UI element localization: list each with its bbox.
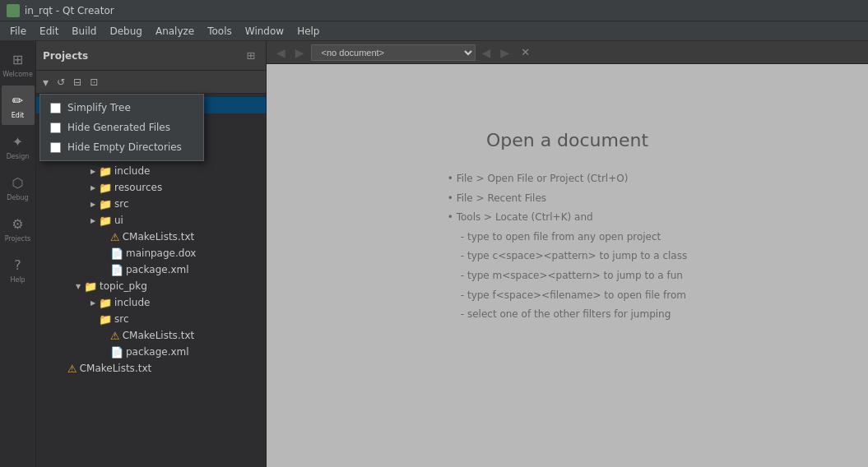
- activity-edit[interactable]: ✏ Edit: [2, 86, 35, 125]
- panel-sync-btn[interactable]: ⊞: [243, 48, 259, 64]
- nav-split-left[interactable]: ◀: [479, 44, 494, 61]
- menu-debug[interactable]: Debug: [103, 24, 148, 39]
- menu-edit[interactable]: Edit: [33, 24, 65, 39]
- debug-label: Debug: [7, 194, 28, 201]
- cmake-root-spacer: ▶: [56, 363, 67, 374]
- simplify-tree-label: Simplify Tree: [67, 102, 131, 113]
- src3-label: src: [114, 313, 129, 325]
- menu-tools[interactable]: Tools: [201, 24, 239, 39]
- topic-pkg-label: topic_pkg: [100, 280, 147, 292]
- design-icon: ✦: [9, 132, 27, 150]
- tree-item-resources[interactable]: ▶ 📁 resources: [36, 179, 266, 196]
- mainpage-spacer: ▶: [99, 247, 110, 259]
- main-layout: ⊞ Welcome ✏ Edit ✦ Design ⬡ Debug ⚙ Proj…: [0, 41, 868, 467]
- menu-build[interactable]: Build: [65, 24, 103, 39]
- topic-pkg-folder-icon: 📁: [84, 280, 97, 293]
- title-text: in_rqt - Qt Creator: [25, 5, 114, 16]
- simplify-tree-checkbox[interactable]: [50, 103, 61, 113]
- document-selector[interactable]: <no document>: [311, 44, 476, 61]
- panel-header: Projects ⊞: [36, 41, 266, 71]
- tree-item-package2[interactable]: ▶ 📄 package.xml: [36, 344, 266, 360]
- panel-title: Projects: [43, 50, 88, 62]
- open-doc-title: Open a document: [486, 130, 648, 150]
- include-arrow: ▶: [87, 165, 99, 177]
- editor-close-btn[interactable]: ✕: [516, 44, 535, 60]
- mainpage-icon: 📄: [110, 247, 123, 260]
- tree-item-cmake-root[interactable]: ▶ ⚠ CMakeLists.txt: [36, 360, 266, 377]
- tree-item-src3[interactable]: ▶ 📁 src: [36, 311, 266, 327]
- tree-item-include2[interactable]: ▶ 📁 include: [36, 294, 266, 311]
- filter-btn[interactable]: ▾: [39, 74, 52, 90]
- cmake1-icon: ⚠: [110, 231, 120, 243]
- hint-3: • Tools > Locate (Ctrl+K) and: [448, 209, 687, 227]
- dropdown-hide-generated[interactable]: Hide Generated Files: [40, 118, 203, 137]
- sync-btn[interactable]: ↺: [53, 75, 68, 90]
- include2-label: include: [114, 297, 150, 308]
- ui-folder-icon: 📁: [99, 215, 112, 227]
- hint-6: - type m<space><pattern> to jump to a fu…: [461, 267, 687, 285]
- tree-item-package1[interactable]: ▶ 📄 package.xml: [36, 261, 266, 278]
- src3-folder-icon: 📁: [99, 313, 112, 326]
- hide-generated-checkbox[interactable]: [50, 123, 61, 133]
- hint-1: • File > Open File or Project (Ctrl+O): [448, 170, 687, 188]
- menu-window[interactable]: Window: [239, 24, 290, 39]
- tree-item-cmake1[interactable]: ▶ ⚠ CMakeLists.txt: [36, 229, 266, 245]
- hint-7: - type f<space><filename> to open file f…: [461, 287, 687, 305]
- welcome-label: Welcome: [2, 71, 33, 78]
- activity-welcome[interactable]: ⊞ Welcome: [2, 44, 35, 84]
- tree-item-topic-pkg[interactable]: ▼ 📁 topic_pkg: [36, 278, 266, 294]
- editor-area: ◀ ▶ <no document> ◀ ▶ ✕ Open a document …: [267, 41, 868, 467]
- src2-label: src: [114, 198, 129, 210]
- cmake2-spacer: ▶: [99, 330, 110, 341]
- nav-forward-btn[interactable]: ▶: [292, 44, 308, 61]
- resources-folder-icon: 📁: [99, 182, 112, 194]
- menu-analyze[interactable]: Analyze: [149, 24, 201, 39]
- dropdown-hide-empty[interactable]: Hide Empty Directories: [40, 137, 203, 157]
- activity-design[interactable]: ✦ Design: [2, 127, 35, 166]
- resources-arrow: ▶: [87, 182, 99, 193]
- expand-btn[interactable]: ⊡: [86, 75, 101, 90]
- include-folder-icon: 📁: [99, 165, 112, 178]
- package2-icon: 📄: [110, 346, 123, 358]
- help-label: Help: [10, 276, 25, 284]
- resources-label: resources: [114, 182, 162, 193]
- package2-spacer: ▶: [99, 346, 110, 358]
- debug-icon: ⬡: [9, 173, 27, 192]
- hide-generated-label: Hide Generated Files: [67, 122, 170, 133]
- dropdown-simplify-tree[interactable]: Simplify Tree: [40, 98, 203, 118]
- design-label: Design: [7, 153, 30, 160]
- menu-file[interactable]: File: [3, 24, 33, 39]
- open-doc-hints: • File > Open File or Project (Ctrl+O) •…: [448, 170, 687, 326]
- tree-item-cmake2[interactable]: ▶ ⚠ CMakeLists.txt: [36, 327, 266, 344]
- content-area: Projects ⊞ ▾ ↺ ⊟ ⊡ Simplify Tree: [36, 41, 868, 467]
- topic-pkg-arrow: ▼: [72, 280, 84, 292]
- activity-projects[interactable]: ⚙ Projects: [2, 209, 35, 248]
- cmake2-icon: ⚠: [110, 330, 120, 342]
- cmake2-label: CMakeLists.txt: [123, 330, 195, 341]
- nav-split-right[interactable]: ▶: [497, 44, 513, 61]
- hide-empty-label: Hide Empty Directories: [67, 141, 182, 153]
- projects-panel: Projects ⊞ ▾ ↺ ⊟ ⊡ Simplify Tree: [36, 41, 267, 467]
- menu-help[interactable]: Help: [290, 24, 326, 39]
- activity-help[interactable]: ? Help: [2, 250, 35, 289]
- tree-item-include[interactable]: ▶ 📁 include: [36, 163, 266, 179]
- package1-spacer: ▶: [99, 264, 110, 275]
- editor-content: Open a document • File > Open File or Pr…: [267, 64, 868, 467]
- tree-item-ui[interactable]: ▶ 📁 ui: [36, 212, 266, 229]
- dropdown-menu: Simplify Tree Hide Generated Files Hide …: [39, 94, 204, 161]
- help-icon: ?: [9, 256, 27, 274]
- editor-toolbar: ◀ ▶ <no document> ◀ ▶ ✕: [267, 41, 868, 64]
- hide-empty-checkbox[interactable]: [50, 142, 61, 153]
- collapse-btn[interactable]: ⊟: [70, 75, 85, 90]
- ui-arrow: ▶: [87, 215, 99, 226]
- projects-icon: ⚙: [9, 215, 27, 233]
- nav-back-btn[interactable]: ◀: [273, 44, 289, 61]
- hint-5: - type c<space><pattern> to jump to a cl…: [461, 247, 687, 266]
- tree-item-src2[interactable]: ▶ 📁 src: [36, 196, 266, 212]
- src2-folder-icon: 📁: [99, 198, 112, 210]
- src3-spacer: ▶: [87, 313, 99, 325]
- include2-arrow: ▶: [87, 297, 99, 308]
- cmake1-label: CMakeLists.txt: [123, 231, 195, 243]
- activity-debug[interactable]: ⬡ Debug: [2, 168, 35, 207]
- tree-item-mainpage[interactable]: ▶ 📄 mainpage.dox: [36, 245, 266, 261]
